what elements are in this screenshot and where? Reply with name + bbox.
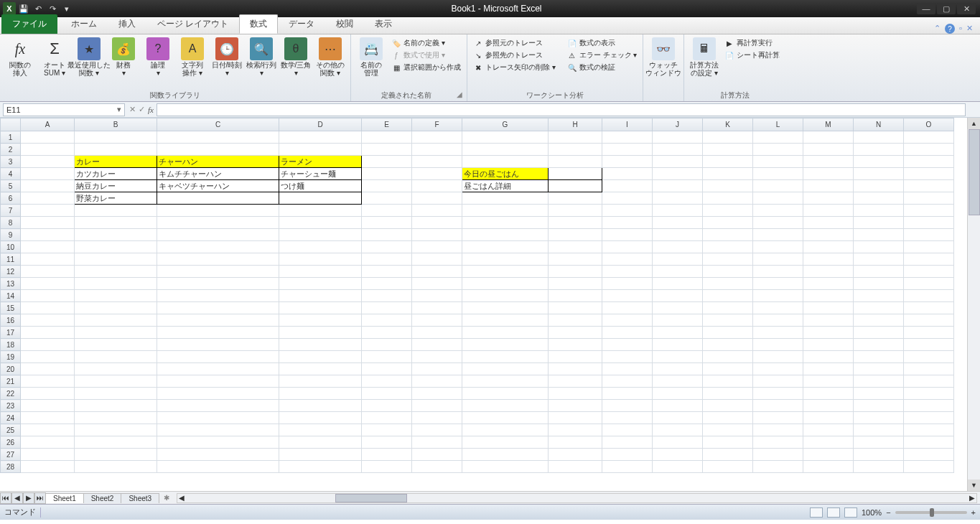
cell-O5[interactable]: [904, 180, 954, 192]
cell-E20[interactable]: [362, 363, 412, 375]
cell-H12[interactable]: [549, 266, 602, 278]
row-header-18[interactable]: 18: [1, 339, 21, 351]
cell-A4[interactable]: [21, 168, 75, 180]
cell-M22[interactable]: [803, 388, 854, 400]
cell-I12[interactable]: [602, 266, 653, 278]
cell-F20[interactable]: [412, 363, 462, 375]
cell-D25[interactable]: [279, 424, 362, 436]
cell-B2[interactable]: [75, 144, 157, 156]
cell-A2[interactable]: [21, 144, 75, 156]
cell-D13[interactable]: [279, 278, 362, 290]
zoom-out-button[interactable]: −: [886, 508, 890, 517]
col-header-B[interactable]: B: [75, 118, 157, 131]
cell-J3[interactable]: [653, 156, 703, 168]
cell-A28[interactable]: [21, 461, 75, 473]
cell-F10[interactable]: [412, 241, 462, 253]
cell-M5[interactable]: [803, 180, 854, 192]
cell-D15[interactable]: [279, 302, 362, 314]
cell-C17[interactable]: [157, 327, 279, 339]
cell-N20[interactable]: [854, 363, 904, 375]
cell-L16[interactable]: [753, 314, 803, 327]
cell-L27[interactable]: [753, 449, 803, 461]
cell-D12[interactable]: [279, 266, 362, 278]
cell-J10[interactable]: [653, 241, 703, 253]
cell-A20[interactable]: [21, 363, 75, 375]
cell-I10[interactable]: [602, 241, 653, 253]
cell-B5[interactable]: 納豆カレー: [75, 180, 157, 192]
cell-G19[interactable]: [462, 351, 549, 363]
cell-M20[interactable]: [803, 363, 854, 375]
cell-D8[interactable]: [279, 217, 362, 229]
cell-G16[interactable]: [462, 314, 549, 327]
row-header-4[interactable]: 4: [1, 168, 21, 180]
cell-I19[interactable]: [602, 351, 653, 363]
cell-D18[interactable]: [279, 339, 362, 351]
cell-K15[interactable]: [703, 302, 753, 314]
cell-K22[interactable]: [703, 388, 753, 400]
save-icon[interactable]: 💾: [17, 2, 30, 15]
cell-B22[interactable]: [75, 388, 157, 400]
cell-F9[interactable]: [412, 229, 462, 241]
cell-G17[interactable]: [462, 327, 549, 339]
cell-B23[interactable]: [75, 400, 157, 412]
watch-window-button[interactable]: 👓ウォッチ ウィンドウ: [648, 36, 679, 78]
undo-icon[interactable]: ↶: [32, 2, 45, 15]
cell-O2[interactable]: [904, 144, 954, 156]
use-in-formula-button[interactable]: ƒ数式で使用 ▾: [390, 50, 462, 61]
cell-I9[interactable]: [602, 229, 653, 241]
cell-K21[interactable]: [703, 375, 753, 388]
cell-B7[interactable]: [75, 205, 157, 217]
cell-H26[interactable]: [549, 436, 602, 449]
cell-C1[interactable]: [157, 131, 279, 144]
col-header-C[interactable]: C: [157, 118, 279, 131]
cell-J25[interactable]: [653, 424, 703, 436]
cell-C21[interactable]: [157, 375, 279, 388]
cell-B4[interactable]: カツカレー: [75, 168, 157, 180]
cell-O21[interactable]: [904, 375, 954, 388]
cell-O22[interactable]: [904, 388, 954, 400]
cell-B10[interactable]: [75, 241, 157, 253]
cell-J12[interactable]: [653, 266, 703, 278]
cell-O10[interactable]: [904, 241, 954, 253]
fx-icon[interactable]: fx: [148, 106, 154, 114]
cell-E17[interactable]: [362, 327, 412, 339]
cell-M14[interactable]: [803, 290, 854, 302]
cell-M16[interactable]: [803, 314, 854, 327]
cell-E7[interactable]: [362, 205, 412, 217]
cell-C10[interactable]: [157, 241, 279, 253]
cell-H13[interactable]: [549, 278, 602, 290]
cell-L6[interactable]: [753, 192, 803, 205]
row-header-21[interactable]: 21: [1, 375, 21, 388]
cell-M8[interactable]: [803, 217, 854, 229]
col-header-L[interactable]: L: [753, 118, 803, 131]
cell-C26[interactable]: [157, 436, 279, 449]
cell-N25[interactable]: [854, 424, 904, 436]
cell-G28[interactable]: [462, 461, 549, 473]
cell-F19[interactable]: [412, 351, 462, 363]
cell-N18[interactable]: [854, 339, 904, 351]
cell-J15[interactable]: [653, 302, 703, 314]
cell-E21[interactable]: [362, 375, 412, 388]
cell-J19[interactable]: [653, 351, 703, 363]
cell-G2[interactable]: [462, 144, 549, 156]
cell-C23[interactable]: [157, 400, 279, 412]
cell-F2[interactable]: [412, 144, 462, 156]
cell-H7[interactable]: [549, 205, 602, 217]
define-name-button[interactable]: 🏷️名前の定義 ▾: [390, 37, 462, 49]
tab-review[interactable]: 校閲: [325, 14, 364, 34]
cell-H4[interactable]: [549, 168, 602, 180]
cell-M7[interactable]: [803, 205, 854, 217]
cell-M19[interactable]: [803, 351, 854, 363]
cell-L19[interactable]: [753, 351, 803, 363]
cell-O18[interactable]: [904, 339, 954, 351]
view-page-layout-button[interactable]: [827, 507, 840, 518]
cell-B11[interactable]: [75, 253, 157, 266]
cell-F6[interactable]: [412, 192, 462, 205]
cell-H20[interactable]: [549, 363, 602, 375]
cell-K6[interactable]: [703, 192, 753, 205]
cell-K11[interactable]: [703, 253, 753, 266]
cell-E5[interactable]: [362, 180, 412, 192]
create-from-selection-button[interactable]: ▦選択範囲から作成: [390, 62, 462, 73]
insert-function-button[interactable]: fx関数の 挿入: [4, 36, 36, 78]
cell-I28[interactable]: [602, 461, 653, 473]
